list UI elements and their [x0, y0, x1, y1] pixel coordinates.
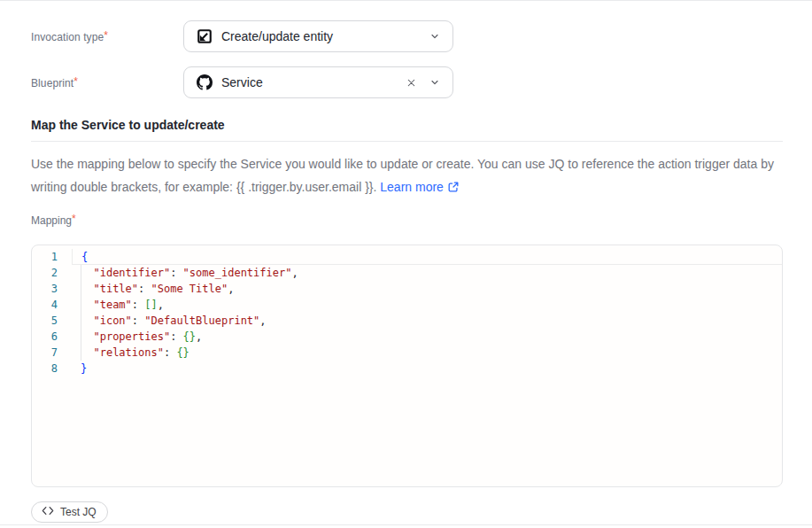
- chevron-down-icon[interactable]: [429, 77, 440, 88]
- code-token: ,: [196, 330, 202, 343]
- code-token: {}: [183, 330, 196, 343]
- required-asterisk: *: [73, 75, 78, 88]
- top-divider: [0, 0, 812, 1]
- blueprint-select[interactable]: Service: [183, 66, 453, 98]
- mapping-code-editor[interactable]: 1{2 "identifier": "some_identifier",3 "t…: [31, 245, 783, 487]
- code-token: "relations": [93, 346, 163, 359]
- invocation-type-select[interactable]: Create/update entity: [183, 20, 453, 52]
- code-token: "team": [93, 299, 131, 311]
- code-token: {}: [176, 346, 189, 359]
- invocation-type-row: Invocation type* Create/update entity: [31, 20, 783, 52]
- mapping-label-text: Mapping: [31, 214, 72, 227]
- create-update-entity-icon: [197, 28, 213, 44]
- code-editor-lines: 1{2 "identifier": "some_identifier",3 "t…: [32, 249, 782, 377]
- bottom-divider: [0, 524, 812, 525]
- code-line-content[interactable]: "team": [],: [72, 297, 782, 313]
- code-line[interactable]: 3 "title": "Some Title",: [32, 281, 782, 297]
- code-token: :: [132, 314, 144, 327]
- form-content: Invocation type* Create/update entity: [0, 0, 812, 523]
- code-token: "identifier": [93, 267, 170, 279]
- code-token: ,: [259, 314, 266, 327]
- code-token: "Some Title": [151, 283, 228, 295]
- code-token: "title": [93, 283, 138, 295]
- code-token: ,: [228, 283, 234, 295]
- code-token: :: [138, 283, 151, 295]
- clear-icon[interactable]: [406, 77, 417, 89]
- github-icon: [197, 74, 213, 90]
- code-token: "icon": [93, 314, 131, 327]
- code-token: :: [170, 267, 182, 279]
- blueprint-value: Service: [221, 75, 397, 89]
- code-line[interactable]: 2 "identifier": "some_identifier",: [32, 265, 782, 281]
- code-token: []: [144, 299, 157, 311]
- code-line-content[interactable]: "icon": "DefaultBlueprint",: [72, 313, 782, 329]
- line-number: 3: [32, 281, 72, 297]
- code-line-content[interactable]: {: [72, 249, 782, 265]
- code-token: :: [170, 330, 182, 343]
- invocation-type-label: Invocation type*: [31, 29, 183, 43]
- chevron-down-icon[interactable]: [429, 31, 440, 42]
- section-heading: Map the Service to update/create: [31, 118, 783, 132]
- blueprint-label-text: Blueprint: [31, 77, 73, 89]
- learn-more-link[interactable]: Learn more: [380, 180, 444, 194]
- required-asterisk: *: [104, 29, 108, 42]
- code-token: "some_identifier": [183, 267, 292, 279]
- line-number: 8: [32, 361, 72, 377]
- invocation-type-label-text: Invocation type: [31, 31, 104, 43]
- action-mapping-form: Invocation type* Create/update entity: [0, 0, 812, 528]
- code-line-content[interactable]: }: [72, 361, 782, 377]
- code-token: [81, 299, 93, 311]
- code-token: "DefaultBlueprint": [144, 314, 259, 327]
- code-token: {: [81, 251, 88, 263]
- line-number: 1: [32, 249, 72, 265]
- code-token: :: [132, 299, 144, 311]
- code-line[interactable]: 7 "relations": {}: [32, 345, 782, 361]
- line-number: 2: [32, 265, 72, 281]
- code-token: [81, 314, 93, 327]
- invocation-type-value: Create/update entity: [221, 29, 421, 43]
- code-token: "properties": [93, 330, 170, 343]
- code-brackets-icon: [42, 506, 54, 518]
- code-line-content[interactable]: "relations": {}: [72, 345, 782, 361]
- code-token: :: [164, 346, 176, 359]
- code-token: ,: [291, 267, 298, 279]
- code-token: [81, 283, 93, 295]
- line-number: 4: [32, 297, 72, 313]
- code-token: [81, 330, 93, 343]
- code-token: ,: [158, 299, 164, 311]
- external-link-icon[interactable]: [447, 182, 460, 196]
- section-description: Use the mapping below to specify the Ser…: [31, 152, 783, 200]
- code-line[interactable]: 8}: [32, 361, 782, 377]
- line-number: 6: [32, 329, 72, 345]
- code-line-content[interactable]: "properties": {},: [72, 329, 782, 345]
- required-asterisk: *: [72, 213, 76, 225]
- section-divider: [31, 141, 783, 142]
- code-line-content[interactable]: "identifier": "some_identifier",: [72, 265, 782, 281]
- code-line[interactable]: 6 "properties": {},: [32, 329, 782, 345]
- code-line[interactable]: 5 "icon": "DefaultBlueprint",: [32, 313, 782, 329]
- code-token: [81, 267, 93, 279]
- blueprint-label: Blueprint*: [31, 75, 183, 89]
- code-line[interactable]: 4 "team": [],: [32, 297, 782, 313]
- code-line-content[interactable]: "title": "Some Title",: [72, 281, 782, 297]
- test-jq-label: Test JQ: [60, 506, 97, 518]
- code-token: }: [81, 362, 87, 375]
- blueprint-row: Blueprint* Service: [31, 66, 783, 98]
- test-jq-button[interactable]: Test JQ: [31, 501, 108, 523]
- mapping-label: Mapping*: [31, 213, 783, 227]
- line-number: 7: [32, 345, 72, 361]
- code-token: [81, 346, 93, 359]
- line-number: 5: [32, 313, 72, 329]
- code-line[interactable]: 1{: [32, 249, 782, 265]
